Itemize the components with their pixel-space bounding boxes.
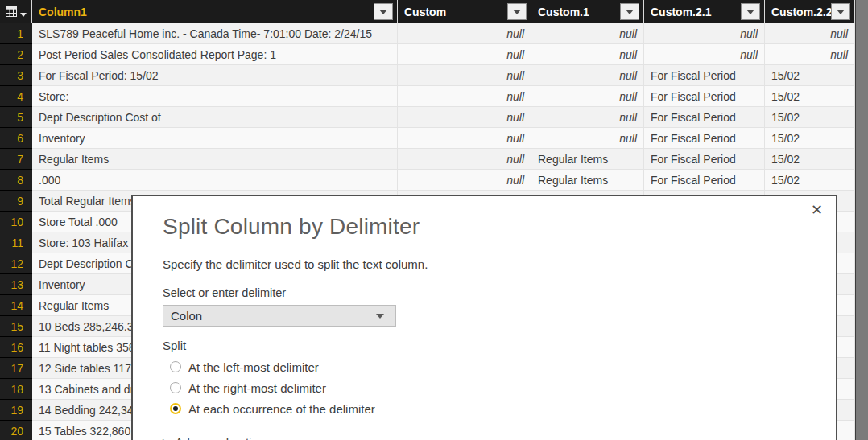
table-cell[interactable]: 15/02 bbox=[765, 86, 855, 107]
row-number[interactable]: 5 bbox=[0, 107, 32, 128]
advanced-options-toggle[interactable]: ▷ Advanced options bbox=[163, 435, 271, 440]
table-menu-button[interactable] bbox=[0, 0, 32, 23]
table-cell[interactable]: 15/02 bbox=[765, 170, 855, 191]
table-row: 8.000nullRegular ItemsFor Fiscal Period1… bbox=[0, 170, 855, 191]
row-number[interactable]: 2 bbox=[0, 44, 32, 65]
row-number[interactable]: 3 bbox=[0, 65, 32, 86]
advanced-options-label: Advanced options bbox=[175, 435, 271, 440]
row-number[interactable]: 12 bbox=[0, 253, 32, 274]
table-cell[interactable]: 15/02 bbox=[765, 149, 855, 170]
table-row: 7Regular ItemsnullRegular ItemsFor Fisca… bbox=[0, 149, 855, 170]
delimiter-dropdown[interactable]: Colon bbox=[163, 305, 396, 327]
table-cell[interactable]: For Fiscal Period bbox=[644, 149, 765, 170]
row-number[interactable]: 11 bbox=[0, 232, 32, 253]
delimiter-label: Select or enter delimiter bbox=[163, 286, 286, 299]
table-cell[interactable]: Inventory bbox=[32, 128, 398, 149]
table-cell[interactable]: For Fiscal Period bbox=[644, 107, 765, 128]
table-cell[interactable]: null bbox=[398, 44, 531, 65]
column-header-custom-1[interactable]: Custom.1 bbox=[531, 0, 644, 23]
table-grid-icon bbox=[6, 6, 27, 18]
table-cell[interactable]: Regular Items bbox=[531, 149, 644, 170]
table-cell[interactable]: null bbox=[398, 23, 531, 44]
table-cell[interactable]: null bbox=[765, 44, 855, 65]
radio-icon bbox=[170, 361, 181, 372]
table-cell[interactable]: null bbox=[531, 65, 644, 86]
table-cell[interactable]: null bbox=[531, 86, 644, 107]
table-cell[interactable]: Store: bbox=[32, 86, 398, 107]
split-option-radio[interactable]: At the left-most delimiter bbox=[170, 356, 375, 377]
row-number[interactable]: 20 bbox=[0, 421, 32, 440]
table-cell[interactable]: For Fiscal Period bbox=[644, 128, 765, 149]
column-header-label: Custom.2.1 bbox=[644, 6, 711, 19]
filter-button[interactable] bbox=[374, 3, 393, 20]
column-header-custom-2-1[interactable]: Custom.2.1 bbox=[644, 0, 765, 23]
table-cell[interactable]: null bbox=[398, 149, 531, 170]
row-number[interactable]: 6 bbox=[0, 128, 32, 149]
column-header-custom[interactable]: Custom bbox=[398, 0, 531, 23]
row-number[interactable]: 14 bbox=[0, 295, 32, 316]
table-row: 6InventorynullnullFor Fiscal Period15/02 bbox=[0, 128, 855, 149]
table-cell[interactable]: null bbox=[644, 23, 765, 44]
table-row: 5Dept Description Cost ofnullnullFor Fis… bbox=[0, 107, 855, 128]
row-number[interactable]: 1 bbox=[0, 23, 32, 44]
table-cell[interactable]: For Fiscal Period bbox=[644, 65, 765, 86]
delimiter-dropdown-value: Colon bbox=[163, 309, 376, 323]
table-cell[interactable]: Regular Items bbox=[531, 170, 644, 191]
table-cell[interactable]: null bbox=[531, 23, 644, 44]
table-cell[interactable]: null bbox=[531, 107, 644, 128]
column-header-label: Custom.1 bbox=[531, 6, 589, 19]
close-icon[interactable]: ✕ bbox=[811, 203, 823, 217]
table-cell[interactable]: null bbox=[398, 86, 531, 107]
filter-button[interactable] bbox=[741, 3, 760, 20]
table-cell[interactable]: 15/02 bbox=[765, 107, 855, 128]
row-number[interactable]: 18 bbox=[0, 379, 32, 400]
filter-button[interactable] bbox=[831, 3, 850, 20]
column-header-label: Custom bbox=[398, 6, 446, 19]
table-cell[interactable]: null bbox=[531, 44, 644, 65]
row-number[interactable]: 4 bbox=[0, 86, 32, 107]
row-number[interactable]: 10 bbox=[0, 212, 32, 232]
chevron-down-icon bbox=[376, 314, 384, 319]
table-cell[interactable]: null bbox=[765, 23, 855, 44]
table-cell[interactable]: null bbox=[644, 44, 765, 65]
table-cell[interactable]: 15/02 bbox=[765, 65, 855, 86]
column-header-label: Column1 bbox=[32, 6, 87, 19]
vertical-scrollbar[interactable] bbox=[855, 0, 868, 440]
dialog-description: Specify the delimiter used to split the … bbox=[163, 257, 428, 271]
row-number[interactable]: 8 bbox=[0, 170, 32, 191]
radio-label: At the left-most delimiter bbox=[188, 360, 319, 374]
table-row: 3For Fiscal Period: 15/02nullnullFor Fis… bbox=[0, 65, 855, 86]
table-cell[interactable]: For Fiscal Period: 15/02 bbox=[32, 65, 398, 86]
table-cell[interactable]: For Fiscal Period bbox=[644, 86, 765, 107]
row-number[interactable]: 17 bbox=[0, 358, 32, 379]
row-number[interactable]: 15 bbox=[0, 316, 32, 337]
table-cell[interactable]: For Fiscal Period bbox=[644, 170, 765, 191]
table-cell[interactable]: Regular Items bbox=[32, 149, 398, 170]
row-number[interactable]: 13 bbox=[0, 274, 32, 295]
row-number[interactable]: 16 bbox=[0, 337, 32, 358]
table-cell[interactable]: SLS789 Peaceful Home inc. - Canada Time-… bbox=[32, 23, 398, 44]
table-cell[interactable]: null bbox=[398, 128, 531, 149]
table-cell[interactable]: Dept Description Cost of bbox=[32, 107, 398, 128]
split-option-radio[interactable]: At the right-most delimiter bbox=[170, 377, 375, 398]
filter-button[interactable] bbox=[507, 3, 527, 20]
column-header-custom-2-2[interactable]: Custom.2.2 bbox=[765, 0, 855, 23]
chevron-down-icon bbox=[20, 13, 27, 17]
table-cell[interactable]: .000 bbox=[32, 170, 398, 191]
table-cell[interactable]: 15/02 bbox=[765, 128, 855, 149]
filter-dropdown-icon bbox=[379, 10, 387, 14]
radio-icon bbox=[170, 403, 181, 414]
split-option-radio[interactable]: At each occurrence of the delimiter bbox=[170, 398, 375, 419]
radio-icon bbox=[170, 382, 181, 393]
row-number[interactable]: 9 bbox=[0, 191, 32, 212]
table-cell[interactable]: null bbox=[398, 65, 531, 86]
column-header-column1[interactable]: Column1 bbox=[32, 0, 398, 23]
table-cell[interactable]: null bbox=[398, 107, 531, 128]
row-number[interactable]: 19 bbox=[0, 400, 32, 421]
table-cell[interactable]: null bbox=[398, 170, 531, 191]
table-cell[interactable]: Post Period Sales Consolidated Report Pa… bbox=[32, 44, 398, 65]
table-cell[interactable]: null bbox=[531, 128, 644, 149]
table-row: 1SLS789 Peaceful Home inc. - Canada Time… bbox=[0, 23, 855, 44]
row-number[interactable]: 7 bbox=[0, 149, 32, 170]
filter-button[interactable] bbox=[620, 3, 639, 20]
